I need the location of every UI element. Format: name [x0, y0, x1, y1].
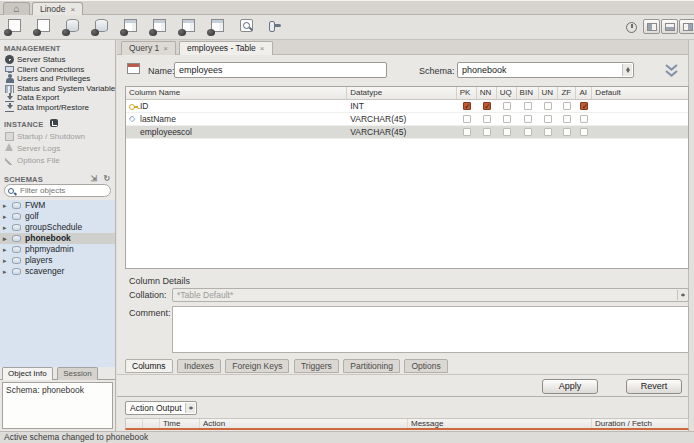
sidebar-item-server-status[interactable]: Server Status — [0, 55, 115, 65]
un-checkbox[interactable] — [544, 102, 552, 110]
create-table-icon[interactable] — [120, 19, 140, 36]
tab-indexes[interactable]: Indexes — [177, 359, 221, 373]
schema-select[interactable]: phonebook — [457, 62, 634, 78]
comment-textarea[interactable] — [172, 306, 689, 353]
output-col-time[interactable]: Time — [160, 419, 200, 428]
connection-tab-linode[interactable]: Linode× — [32, 2, 83, 15]
column-default[interactable] — [592, 126, 688, 138]
tab-options[interactable]: Options — [404, 359, 447, 373]
collapse-header-icon[interactable] — [663, 64, 680, 79]
stepper-icon[interactable] — [622, 64, 632, 76]
ai-checkbox[interactable] — [580, 102, 588, 110]
schema-refresh-icon[interactable]: ↻ — [103, 175, 111, 183]
toggle-left-panel-button[interactable] — [643, 19, 660, 34]
column-default[interactable] — [592, 113, 688, 125]
tab-query-1[interactable]: Query 1× — [121, 41, 176, 55]
stepper-icon[interactable] — [677, 290, 687, 300]
collation-select[interactable]: *Table Default* — [172, 288, 689, 302]
col-header-name[interactable]: Column Name — [126, 87, 347, 99]
col-header-un[interactable]: UN — [539, 87, 559, 99]
table-name-input[interactable] — [174, 62, 387, 78]
schema-item-phpmyadmin[interactable]: ▸phpmyadmin — [0, 244, 115, 255]
output-col-message[interactable]: Message — [408, 419, 592, 428]
output-type-select[interactable]: Action Output — [125, 401, 197, 415]
schema-item-scavenger[interactable]: ▸scavenger — [0, 266, 115, 277]
table-row-selected[interactable]: employeescol VARCHAR(45) — [126, 126, 688, 139]
nn-checkbox[interactable] — [483, 128, 491, 136]
sidebar-item-client-connections[interactable]: Client Connections — [0, 65, 115, 75]
output-col-duration[interactable]: Duration / Fetch — [592, 419, 688, 428]
sidebar-item-status-variables[interactable]: Status and System Variables — [0, 84, 115, 94]
tab-partitioning[interactable]: Partitioning — [343, 359, 400, 373]
column-default[interactable] — [592, 100, 688, 112]
alter-schema-icon[interactable] — [91, 19, 111, 36]
un-checkbox[interactable] — [544, 115, 552, 123]
create-procedure-icon[interactable] — [178, 19, 198, 36]
toggle-right-panel-button[interactable] — [679, 19, 694, 34]
table-row[interactable]: ID INT — [126, 100, 688, 113]
col-header-default[interactable]: Default — [592, 87, 688, 99]
revert-button[interactable]: Revert — [626, 379, 682, 394]
sidebar-item-users-privileges[interactable]: Users and Privileges — [0, 74, 115, 84]
zf-checkbox[interactable] — [563, 128, 571, 136]
expander-icon[interactable]: ▸ — [3, 266, 7, 277]
tab-object-info[interactable]: Object Info — [2, 367, 53, 380]
pk-checkbox[interactable] — [463, 115, 471, 123]
pk-checkbox[interactable] — [463, 128, 471, 136]
close-icon[interactable]: × — [260, 44, 265, 53]
schema-item-phonebook[interactable]: ▸phonebook — [0, 233, 115, 244]
close-icon[interactable]: × — [163, 44, 168, 53]
sidebar-item-startup-shutdown[interactable]: Startup / Shutdown — [0, 131, 115, 143]
home-tab[interactable]: ⌂ — [3, 2, 30, 15]
sidebar-item-data-export[interactable]: Data Export — [0, 93, 115, 103]
new-query-icon[interactable] — [4, 19, 24, 36]
schema-item-groupschedule[interactable]: ▸groupSchedule — [0, 222, 115, 233]
col-header-ai[interactable]: AI — [576, 87, 592, 99]
expander-icon[interactable]: ▸ — [3, 255, 7, 266]
create-schema-icon[interactable] — [62, 19, 82, 36]
col-header-pk[interactable]: PK — [457, 87, 477, 99]
tab-session[interactable]: Session — [57, 367, 97, 380]
expander-icon[interactable]: ▸ — [3, 211, 7, 222]
uq-checkbox[interactable] — [503, 102, 511, 110]
col-header-datatype[interactable]: Datatype — [347, 87, 457, 99]
uq-checkbox[interactable] — [503, 128, 511, 136]
schema-filter-input[interactable] — [18, 185, 108, 196]
zf-checkbox[interactable] — [563, 102, 571, 110]
output-col-action[interactable]: Action — [200, 419, 408, 428]
schema-expand-icon[interactable]: ⇲ — [90, 175, 98, 183]
nn-checkbox[interactable] — [483, 115, 491, 123]
table-row[interactable]: ◇lastName VARCHAR(45) — [126, 113, 688, 126]
col-header-bin[interactable]: BIN — [517, 87, 539, 99]
expander-icon[interactable]: ▸ — [3, 244, 7, 255]
search-data-icon[interactable] — [236, 19, 256, 36]
uq-checkbox[interactable] — [503, 115, 511, 123]
sidebar-item-options-file[interactable]: Options File — [0, 155, 115, 167]
col-header-zf[interactable]: ZF — [558, 87, 576, 99]
pk-checkbox[interactable] — [463, 102, 471, 110]
ai-checkbox[interactable] — [580, 128, 588, 136]
zf-checkbox[interactable] — [563, 115, 571, 123]
expander-icon[interactable]: ▸ — [3, 233, 7, 244]
schema-item-golf[interactable]: ▸golf — [0, 211, 115, 222]
tab-foreign-keys[interactable]: Foreign Keys — [225, 359, 289, 373]
nn-checkbox[interactable] — [483, 102, 491, 110]
apply-button[interactable]: Apply — [542, 379, 598, 394]
create-view-icon[interactable] — [149, 19, 169, 36]
toggle-bottom-panel-button[interactable] — [661, 19, 678, 34]
bin-checkbox[interactable] — [524, 128, 532, 136]
ai-checkbox[interactable] — [580, 115, 588, 123]
sidebar-item-data-import[interactable]: Data Import/Restore — [0, 103, 115, 113]
un-checkbox[interactable] — [544, 128, 552, 136]
tab-employees-table[interactable]: employees - Table× — [179, 41, 273, 55]
activity-clock-icon[interactable] — [626, 22, 637, 33]
close-icon[interactable]: × — [71, 5, 76, 14]
open-script-icon[interactable] — [33, 19, 53, 36]
expander-icon[interactable]: ▸ — [3, 222, 7, 233]
expander-icon[interactable]: ▸ — [3, 200, 7, 211]
bin-checkbox[interactable] — [524, 115, 532, 123]
sidebar-item-server-logs[interactable]: Server Logs — [0, 143, 115, 155]
tab-triggers[interactable]: Triggers — [294, 359, 339, 373]
reconnect-icon[interactable] — [265, 19, 285, 36]
schema-item-players[interactable]: ▸players — [0, 255, 115, 266]
